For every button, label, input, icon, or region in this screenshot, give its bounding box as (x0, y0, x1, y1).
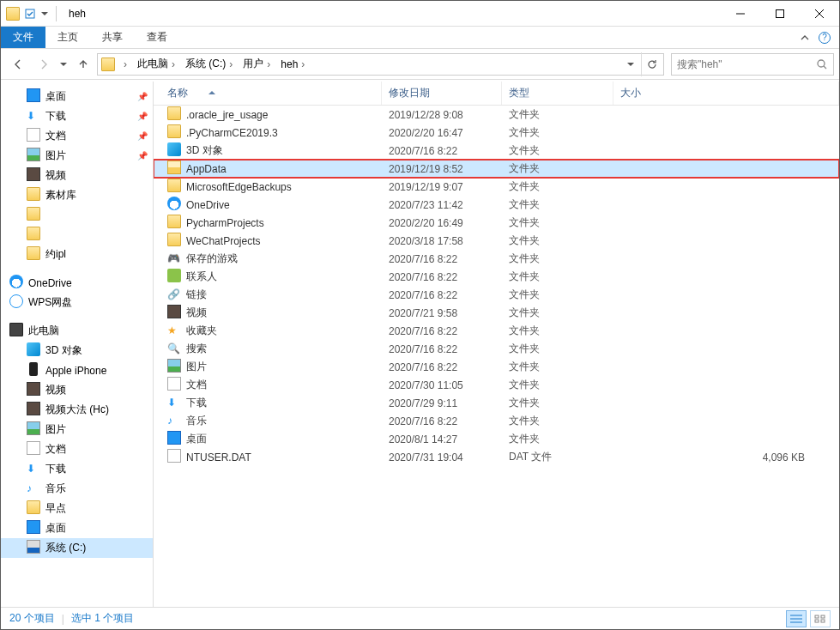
breadcrumb[interactable]: 系统 (C:)› (182, 57, 239, 71)
file-row[interactable]: NTUSER.DAT2020/7/31 19:04DAT 文件4,096 KB (154, 448, 839, 466)
file-row[interactable]: OneDrive2020/7/23 11:42文件夹 (154, 196, 839, 214)
nav-item[interactable]: 系统 (C:) (1, 538, 153, 558)
phone-icon (27, 362, 40, 379)
maximize-button[interactable] (760, 1, 800, 27)
vid-icon (27, 402, 40, 418)
breadcrumb[interactable]: 用户› (239, 57, 277, 71)
nav-item[interactable]: 视频大法 (Hc) (1, 400, 153, 420)
file-row[interactable]: ⬇下载2020/7/29 9:11文件夹 (154, 394, 839, 412)
svg-rect-0 (26, 9, 34, 18)
search-input[interactable] (677, 58, 816, 70)
nav-item[interactable]: 桌面📌 (1, 87, 153, 106)
file-row[interactable]: 🔗链接2020/7/16 8:22文件夹 (154, 286, 839, 304)
svg-rect-6 (821, 620, 825, 622)
music-icon: ♪ (27, 482, 40, 496)
nav-item[interactable]: 视频 (1, 166, 153, 185)
nav-item[interactable]: ⬇下载 (1, 459, 153, 479)
nav-item[interactable]: 图片 (1, 420, 153, 439)
file-row[interactable]: 图片2020/7/16 8:22文件夹 (154, 358, 839, 376)
search-box[interactable] (671, 53, 834, 76)
qat-dropdown-icon[interactable] (40, 7, 49, 21)
column-headers[interactable]: 名称 修改日期 类型 大小 (154, 82, 839, 106)
file-row[interactable]: WeChatProjects2020/3/18 17:58文件夹 (154, 232, 839, 250)
recent-dropdown-icon[interactable] (57, 52, 69, 76)
nav-item[interactable] (1, 225, 153, 245)
help-icon[interactable]: ? (819, 32, 831, 44)
pin-icon: 📌 (137, 151, 148, 161)
file-row[interactable]: 文档2020/7/30 11:05文件夹 (154, 376, 839, 394)
nav-item[interactable] (1, 205, 153, 225)
nav-item[interactable]: 视频 (1, 380, 153, 400)
file-row[interactable]: PycharmProjects2020/2/20 16:49文件夹 (154, 214, 839, 232)
nav-item[interactable]: Apple iPhone (1, 360, 153, 380)
folder-icon (27, 207, 40, 223)
nav-item[interactable]: 文档 (1, 439, 153, 459)
svg-rect-3 (815, 615, 819, 618)
nav-item[interactable]: 素材库 (1, 185, 153, 205)
nav-item[interactable]: 文档📌 (1, 126, 153, 146)
address-dropdown-icon[interactable] (622, 52, 639, 76)
column-type[interactable]: 类型 (502, 82, 613, 105)
tab-主页[interactable]: 主页 (45, 27, 90, 48)
nav-item[interactable]: 约ipl (1, 245, 153, 264)
file-list[interactable]: .oracle_jre_usage2019/12/28 9:08文件夹.PyCh… (154, 106, 839, 607)
nav-item[interactable]: 桌面 (1, 518, 153, 538)
file-row[interactable]: 桌面2020/8/1 14:27文件夹 (154, 430, 839, 448)
nav-item[interactable]: WPS网盘 (1, 293, 153, 312)
status-count: 20 个项目 (9, 611, 55, 626)
column-date[interactable]: 修改日期 (382, 82, 502, 105)
close-button[interactable] (800, 1, 839, 27)
file-row[interactable]: AppData2019/12/19 8:52文件夹 (154, 160, 839, 178)
folder-icon (167, 124, 181, 141)
forward-button[interactable] (32, 52, 56, 76)
file-row[interactable]: 联系人2020/7/16 8:22文件夹 (154, 268, 839, 286)
address-bar[interactable]: › 此电脑›系统 (C:)›用户›heh› (97, 53, 664, 76)
search-icon[interactable] (816, 58, 828, 70)
file-row[interactable]: .oracle_jre_usage2019/12/28 9:08文件夹 (154, 106, 839, 124)
file-row[interactable]: 视频2020/7/21 9:58文件夹 (154, 304, 839, 322)
nav-item[interactable]: 图片📌 (1, 146, 153, 166)
refresh-button[interactable] (641, 52, 662, 76)
file-row[interactable]: ♪音乐2020/7/16 8:22文件夹 (154, 412, 839, 430)
tab-共享[interactable]: 共享 (90, 27, 135, 48)
view-icons-button[interactable] (810, 610, 831, 627)
nav-tree[interactable]: 桌面📌⬇下载📌文档📌图片📌视频素材库 约iplOneDriveWPS网盘此电脑3… (1, 82, 154, 607)
column-name[interactable]: 名称 (160, 82, 382, 105)
file-row[interactable]: ★收藏夹2020/7/16 8:22文件夹 (154, 322, 839, 340)
pin-icon: 📌 (137, 131, 148, 141)
svg-rect-1 (777, 9, 784, 17)
tab-查看[interactable]: 查看 (135, 27, 179, 48)
nav-item[interactable]: 此电脑 (1, 321, 153, 341)
ribbon-expand-icon[interactable] (800, 33, 810, 43)
dl-icon: ⬇ (27, 463, 40, 476)
desk-icon (27, 520, 40, 536)
column-size[interactable]: 大小 (613, 82, 839, 105)
file-row[interactable]: 3D 对象2020/7/16 8:22文件夹 (154, 142, 839, 160)
nav-item[interactable]: 早点 (1, 499, 153, 518)
file-row[interactable]: .PyCharmCE2019.32020/2/20 16:47文件夹 (154, 124, 839, 142)
breadcrumb[interactable]: heh› (277, 57, 311, 71)
view-details-button[interactable] (786, 610, 807, 627)
tab-file[interactable]: 文件 (1, 27, 45, 48)
nav-item[interactable]: OneDrive (1, 273, 153, 293)
file-row[interactable]: 🔍搜索2020/7/16 8:22文件夹 (154, 340, 839, 358)
minimize-button[interactable] (721, 1, 760, 27)
file-row[interactable]: MicrosoftEdgeBackups2019/12/19 9:07文件夹 (154, 178, 839, 196)
file-row[interactable]: 🎮保存的游戏2020/7/16 8:22文件夹 (154, 250, 839, 268)
file-pane: 名称 修改日期 类型 大小 .oracle_jre_usage2019/12/2… (154, 82, 839, 607)
qat-props-icon[interactable] (23, 7, 37, 21)
search-icon: 🔍 (167, 342, 181, 356)
folder-icon (27, 500, 40, 517)
pin-icon: 📌 (137, 112, 148, 121)
breadcrumb[interactable]: 此电脑› (134, 57, 182, 71)
address-bar-row: › 此电脑›系统 (C:)›用户›heh› (1, 49, 839, 80)
wps-icon (9, 294, 23, 311)
doc-icon (27, 441, 40, 457)
back-button[interactable] (6, 52, 30, 76)
nav-item[interactable]: ⬇下载📌 (1, 106, 153, 126)
desk-icon (167, 431, 181, 447)
nav-item[interactable]: ♪音乐 (1, 479, 153, 499)
folder-icon (167, 106, 181, 123)
nav-item[interactable]: 3D 对象 (1, 341, 153, 360)
up-button[interactable] (71, 52, 95, 76)
